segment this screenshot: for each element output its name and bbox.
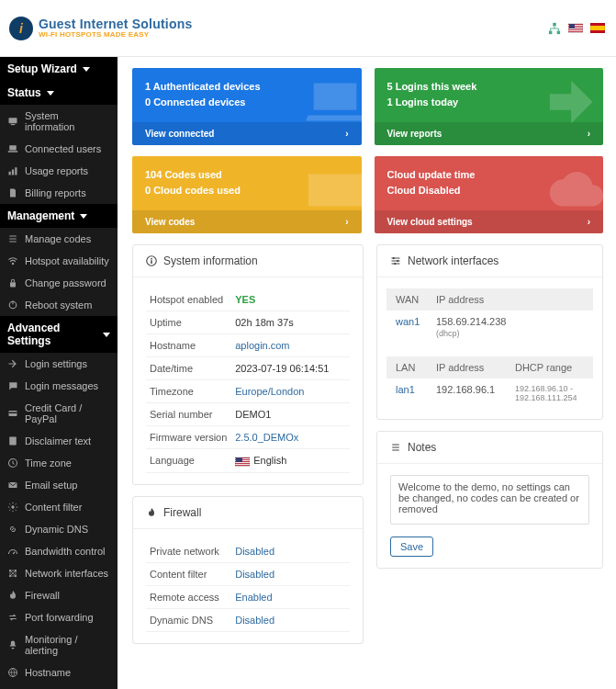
card-icon <box>7 408 18 419</box>
sidebar-item-adv-6[interactable]: Content filter <box>0 496 118 518</box>
sidebar-item-adv-1[interactable]: Login messages <box>0 375 118 397</box>
svg-rect-10 <box>10 282 16 287</box>
sysinfo-row: Date/time2023-07-19 06:14:51 <box>146 357 350 380</box>
svg-rect-3 <box>9 118 17 123</box>
network-tree-icon[interactable] <box>548 22 561 35</box>
sidebar-item-label: Login messages <box>25 380 98 391</box>
brand[interactable]: i Guest Internet Solutions WI-FI HOTSPOT… <box>9 17 192 40</box>
list-icon <box>7 233 18 244</box>
sidebar-item-status-1[interactable]: Connected users <box>0 138 118 160</box>
save-button[interactable]: Save <box>390 537 433 557</box>
ticket-icon <box>303 158 362 222</box>
sidebar-item-label: Reboot system <box>25 299 92 311</box>
sidebar-item-label: Login settings <box>25 358 87 369</box>
sidebar-item-label: Manage codes <box>25 233 91 244</box>
flag-us-icon[interactable] <box>568 23 583 33</box>
panel-notes: Notes Save <box>376 431 603 569</box>
sidebar-item-label: Monitoring / alerting <box>25 634 110 656</box>
fire-icon <box>7 590 18 601</box>
sidebar: Setup Wizard Status System informationCo… <box>0 57 118 689</box>
doc-icon <box>7 187 18 198</box>
svg-rect-14 <box>9 412 17 414</box>
sidebar-item-adv-0[interactable]: Login settings <box>0 353 118 375</box>
sidebar-item-adv-14[interactable]: Allowed IP list <box>0 683 118 689</box>
sidebar-item-adv-10[interactable]: Firewall <box>0 584 118 606</box>
login-icon <box>7 358 18 369</box>
globe-icon <box>7 667 18 678</box>
svg-point-18 <box>11 505 14 508</box>
gear-icon <box>7 502 18 513</box>
sidebar-item-mgmt-1[interactable]: Hotspot availability <box>0 250 118 272</box>
svg-rect-5 <box>9 145 17 150</box>
firewall-row: Private networkDisabled <box>146 540 350 563</box>
sidebar-item-adv-9[interactable]: Network interfaces <box>0 562 118 584</box>
sysinfo-row: TimezoneEurope/London <box>146 380 350 403</box>
sysinfo-row: Firmware version2.5.0_DEMOx <box>146 426 350 449</box>
brand-title: Guest Internet Solutions <box>39 17 192 31</box>
flag-es-icon[interactable] <box>590 23 605 33</box>
svg-point-30 <box>393 257 395 259</box>
sidebar-item-mgmt-2[interactable]: Change password <box>0 272 118 294</box>
sidebar-item-adv-8[interactable]: Bandwidth control <box>0 540 118 562</box>
sysinfo-row: Hotspot enabledYES <box>146 288 350 311</box>
sidebar-item-mgmt-3[interactable]: Reboot system <box>0 294 118 316</box>
gauge-icon <box>7 546 18 557</box>
page-icon <box>7 435 18 446</box>
panel-title: Notes <box>408 441 436 454</box>
sidebar-item-mgmt-0[interactable]: Manage codes <box>0 228 118 250</box>
brand-logo-icon: i <box>9 17 33 40</box>
sidebar-item-adv-5[interactable]: Email setup <box>0 474 118 496</box>
svg-rect-9 <box>15 167 17 175</box>
sidebar-item-status-2[interactable]: Usage reports <box>0 160 118 182</box>
sidebar-heading-status[interactable]: Status <box>0 81 118 105</box>
sidebar-item-label: Credit Card / PayPal <box>25 402 110 424</box>
laptop-icon <box>303 70 362 134</box>
sidebar-item-adv-2[interactable]: Credit Card / PayPal <box>0 397 118 430</box>
sysinfo-row: Hostnameaplogin.com <box>146 334 350 357</box>
sidebar-heading-management[interactable]: Management <box>0 204 118 228</box>
panel-system-info: System information Hotspot enabledYESUpt… <box>132 244 364 485</box>
sidebar-item-label: Firewall <box>25 590 60 601</box>
svg-rect-0 <box>553 22 556 26</box>
sidebar-item-label: Disclaimer text <box>25 435 91 446</box>
sidebar-item-label: System information <box>25 110 110 132</box>
sidebar-item-adv-7[interactable]: Dynamic DNS <box>0 518 118 540</box>
sidebar-item-label: Connected users <box>25 143 101 154</box>
wan-header: WANIP address <box>386 288 593 311</box>
topbar: i Guest Internet Solutions WI-FI HOTSPOT… <box>0 0 616 57</box>
panel-title: Firewall <box>163 506 201 519</box>
sidebar-item-adv-4[interactable]: Time zone <box>0 452 118 474</box>
firewall-row: Dynamic DNSDisabled <box>146 608 350 631</box>
panel-title: System information <box>163 254 258 267</box>
fire-icon <box>146 507 157 518</box>
bars-icon <box>7 165 18 176</box>
sidebar-heading-advanced[interactable]: Advanced Settings <box>0 316 118 353</box>
sysinfo-table: Hotspot enabledYESUptime02h 18m 37sHostn… <box>146 288 350 473</box>
sidebar-item-label: Hostname <box>25 667 71 678</box>
notes-textarea[interactable] <box>390 475 589 525</box>
login-arrow-icon <box>544 70 603 134</box>
sidebar-item-adv-11[interactable]: Port forwarding <box>0 606 118 628</box>
link-icon <box>7 524 18 535</box>
sidebar-heading-setup[interactable]: Setup Wizard <box>0 57 118 81</box>
sidebar-item-label: Email setup <box>25 480 77 491</box>
panel-network-interfaces: Network interfaces WANIP address wan1 15… <box>376 244 603 420</box>
sidebar-item-label: Hotspot availability <box>25 255 109 266</box>
clock-icon <box>7 457 18 469</box>
sidebar-item-label: Usage reports <box>25 165 88 176</box>
bell-icon <box>7 639 18 650</box>
sidebar-item-status-0[interactable]: System information <box>0 105 118 138</box>
sidebar-item-label: Change password <box>25 277 106 288</box>
firewall-row: Content filterDisabled <box>146 562 350 585</box>
sidebar-item-adv-13[interactable]: Hostname <box>0 661 118 683</box>
sidebar-item-adv-12[interactable]: Monitoring / alerting <box>0 628 118 661</box>
svg-rect-1 <box>549 30 553 34</box>
sidebar-item-status-3[interactable]: Billing reports <box>0 182 118 204</box>
sidebar-item-label: Port forwarding <box>25 612 94 623</box>
sidebar-item-adv-3[interactable]: Disclaimer text <box>0 430 118 452</box>
firewall-table: Private networkDisabledContent filterDis… <box>146 540 350 632</box>
lan-name[interactable]: lan1 <box>396 384 436 402</box>
wan-name[interactable]: wan1 <box>396 316 436 338</box>
brand-subtitle: WI-FI HOTSPOTS MADE EASY <box>39 31 192 39</box>
laptop-icon <box>7 143 18 154</box>
